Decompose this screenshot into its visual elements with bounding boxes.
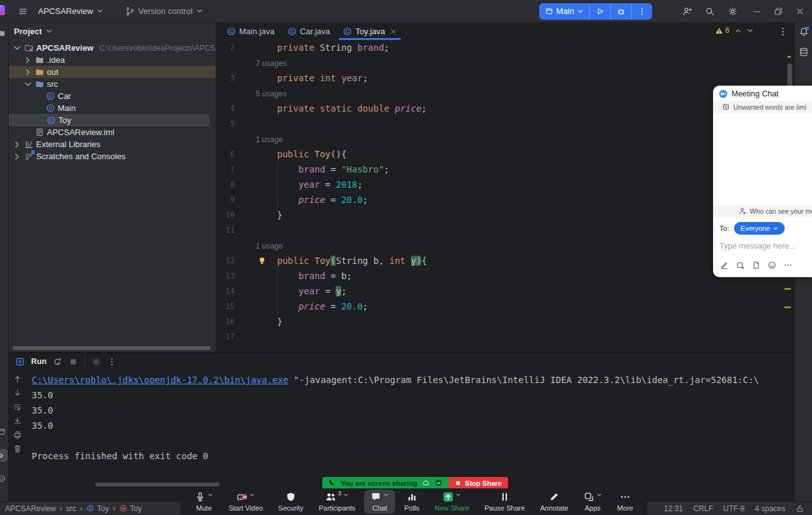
project-tool-icon[interactable] [0,27,8,39]
warning-stripe-mark[interactable] [787,56,791,58]
code-editor[interactable]: 2 private String brand;7 usages3 private… [216,40,794,352]
commit-tool-icon[interactable] [0,425,8,438]
project-horizontal-scrollbar[interactable] [11,346,213,350]
chevron-down-icon[interactable] [13,44,22,53]
run-tab-icon[interactable] [15,357,25,367]
breadcrumb-item-src[interactable]: src [66,504,76,513]
meeting-toolbar-apps[interactable]: Apps [577,488,608,515]
meeting-toolbar-more[interactable]: More [611,488,639,515]
run-more-button[interactable] [632,3,652,20]
tree-item-out[interactable]: out [9,66,216,78]
meeting-toolbar-annotate[interactable]: Annotate [534,488,575,515]
tree-item-Scratches and Consoles[interactable]: Scratches and Consoles [9,150,216,162]
breadcrumb-item-Toy[interactable]: CToy [86,504,109,513]
chevron-down-icon[interactable] [249,492,255,498]
chevron-down-icon[interactable] [596,492,602,498]
chevron-right-icon[interactable] [23,56,32,65]
meeting-toolbar-new-share[interactable]: New Share [428,488,475,515]
close-button[interactable] [790,3,809,20]
tree-item-Car[interactable]: CCar [9,90,216,102]
project-widget[interactable]: APCSAReview [33,3,108,20]
breadcrumb-item-Toy[interactable]: mToy [119,504,142,513]
more-options-icon[interactable] [783,261,792,270]
chevron-down-icon[interactable] [207,492,213,498]
encoding-widget[interactable]: UTF-8 [723,504,745,513]
scroll-up-icon[interactable] [13,374,22,384]
intention-bulb-icon[interactable] [258,256,266,265]
tree-item-src[interactable]: src [9,78,216,90]
main-menu-button[interactable] [13,3,33,20]
chevron-right-icon[interactable] [13,140,22,149]
attach-file-icon[interactable] [752,261,761,270]
restore-button[interactable] [769,3,788,20]
usages-inlay[interactable]: 5 usages [256,89,287,98]
debug-button[interactable] [611,3,632,20]
tab-options-kebab-icon[interactable] [778,27,788,37]
vcs-widget[interactable]: Version control [120,3,208,20]
settings-button[interactable] [723,3,742,20]
breadcrumb-item-APCSAReview[interactable]: APCSAReview [5,504,56,513]
print-icon[interactable] [13,430,22,440]
warning-stripe-mark[interactable] [784,306,791,308]
tree-item-Main[interactable]: CMain [9,102,216,114]
chevron-down-icon[interactable] [455,492,461,498]
tree-item-APCSAReview[interactable]: APCSAReviewC:\Users\roblo\IdeaProjects\A… [9,42,216,54]
warning-stripe-mark[interactable] [784,288,791,290]
editor-tab-Car.java[interactable]: CCar.java [281,23,337,40]
chevron-down-icon[interactable] [23,80,32,89]
stop-share-button[interactable]: Stop Share [449,477,508,489]
cloud-recording-icon[interactable] [422,479,430,487]
tree-item-Toy[interactable]: CToy [9,114,209,126]
inspections-widget[interactable]: 6 [715,26,754,35]
meeting-toolbar-chat[interactable]: Chat [364,490,395,514]
shield-check-icon[interactable] [435,479,443,487]
meeting-toolbar-start-video[interactable]: Start Video [222,488,269,515]
chevron-down-icon[interactable] [343,492,349,498]
chat-message-input[interactable]: Type message here... [713,237,812,251]
chat-message-list[interactable] [713,113,812,205]
chevron-right-icon[interactable] [23,68,32,77]
database-tool-icon[interactable] [799,47,809,57]
chat-privacy-link[interactable]: Who can see your messa [713,205,812,217]
notifications-bell-icon[interactable] [799,27,809,37]
search-everywhere-button[interactable] [700,3,719,20]
run-settings-icon[interactable] [91,357,101,367]
chevron-right-icon[interactable] [13,152,22,161]
emoji-icon[interactable] [768,261,776,270]
lock-icon[interactable] [796,504,804,513]
tree-item-APCSAReview.iml[interactable]: APCSAReview.iml [9,126,216,138]
chat-recipient-selector[interactable]: Everyone [734,222,784,235]
meeting-toolbar-mute[interactable]: Mute [188,488,219,515]
tree-item-External Libraries[interactable]: External Libraries [9,138,216,150]
usages-inlay[interactable]: 7 usages [256,59,287,68]
indent-widget[interactable]: 4 spaces [755,504,785,513]
screenshot-icon[interactable] [736,261,745,270]
console-horizontal-scrollbar[interactable] [95,483,219,486]
console-output[interactable]: C:\Users\roblo\.jdks\openjdk-17.0.2\bin\… [32,372,788,464]
console-path-link[interactable]: C:\Users\roblo\.jdks\openjdk-17.0.2\bin\… [32,375,289,385]
next-warning-icon[interactable] [747,27,754,34]
usages-inlay[interactable]: 1 usage [256,242,283,251]
run-button[interactable] [590,3,611,20]
stop-icon[interactable] [69,357,78,367]
meeting-toolbar-security[interactable]: Security [272,488,310,515]
run-kebab-icon[interactable] [107,357,117,367]
debug-tool-icon[interactable] [0,472,8,485]
scroll-down-icon[interactable] [13,388,22,398]
project-panel-header[interactable]: Project [9,23,216,40]
format-pen-icon[interactable] [720,261,729,270]
line-separator-widget[interactable]: CRLF [693,504,713,513]
meeting-toolbar-polls[interactable]: Polls [398,488,426,515]
code-with-me-button[interactable] [678,3,697,20]
clear-console-icon[interactable] [13,444,22,453]
soft-wrap-icon[interactable] [13,402,22,412]
scroll-to-end-icon[interactable] [13,416,22,426]
chevron-down-icon[interactable] [383,492,389,498]
meeting-toolbar-pause-share[interactable]: Pause Share [478,488,532,515]
rerun-icon[interactable] [53,357,62,367]
editor-tab-Toy.java[interactable]: CToy.java [336,23,403,40]
tree-item-.idea[interactable]: .idea [9,54,216,66]
run-config-selector[interactable]: Main [539,3,590,20]
editor-tab-Main.java[interactable]: CMain.java [220,23,281,40]
prev-warning-icon[interactable] [735,27,742,34]
